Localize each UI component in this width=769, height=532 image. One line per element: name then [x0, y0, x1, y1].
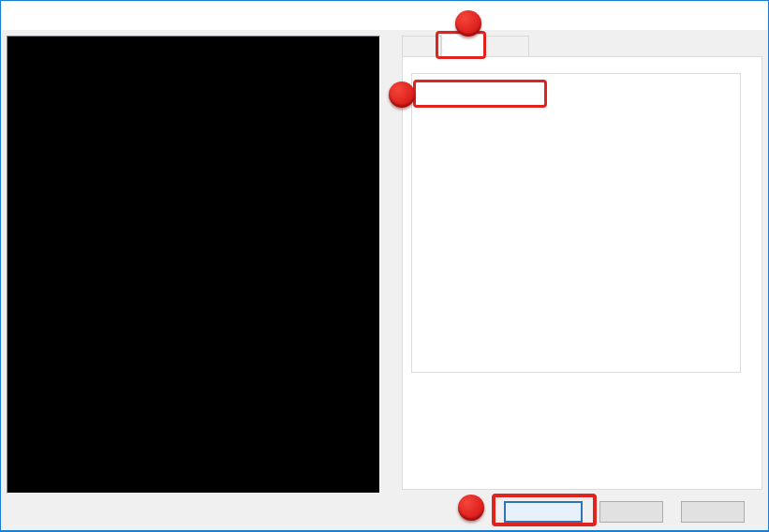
chart-preview — [7, 36, 380, 494]
help-icon[interactable] — [683, 2, 713, 30]
display-tab-page — [402, 56, 762, 490]
title-bar — [2, 2, 767, 30]
annotation-step-3 — [458, 495, 484, 521]
tab-colors[interactable] — [484, 36, 529, 57]
ok-button[interactable] — [504, 501, 583, 523]
cancel-button[interactable] — [599, 501, 663, 523]
properties-dialog — [0, 0, 769, 532]
candlestick-chart — [7, 37, 379, 493]
tab-display[interactable] — [441, 34, 484, 57]
display-options-group — [411, 73, 741, 373]
annotation-step-1 — [455, 10, 481, 37]
annotation-step-2 — [389, 81, 415, 108]
tab-common[interactable] — [402, 36, 441, 57]
close-icon[interactable] — [726, 2, 756, 30]
help-button[interactable] — [681, 501, 745, 523]
